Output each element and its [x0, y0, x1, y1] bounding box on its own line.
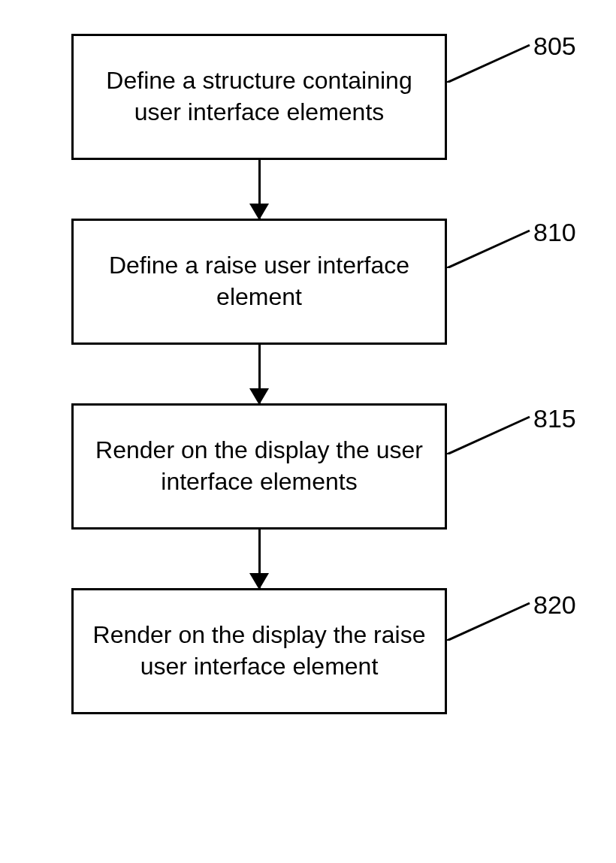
- callout-line-icon: [447, 413, 537, 454]
- step-label: 820: [533, 590, 576, 620]
- flowchart-step-4: Render on the display the raise user int…: [71, 588, 447, 714]
- flowchart-container: Define a structure containing user inter…: [71, 34, 447, 714]
- arrow-down-icon: [258, 160, 261, 219]
- step-label: 815: [533, 404, 576, 433]
- arrow-down-icon: [258, 345, 261, 403]
- svg-line-3: [447, 603, 530, 641]
- callout-line-icon: [447, 599, 537, 641]
- step-text: Define a structure containing user inter…: [89, 65, 430, 128]
- step-label: 810: [533, 218, 576, 247]
- callout-line-icon: [447, 227, 537, 268]
- step-text: Render on the display the user interface…: [89, 435, 430, 497]
- flowchart-step-2: Define a raise user interface element: [71, 219, 447, 345]
- svg-line-1: [447, 231, 530, 268]
- step-text: Render on the display the raise user int…: [89, 620, 430, 682]
- callout-line-icon: [447, 41, 537, 83]
- flowchart-step-1: Define a structure containing user inter…: [71, 34, 447, 160]
- arrow-down-icon: [258, 530, 261, 588]
- step-text: Define a raise user interface element: [89, 250, 430, 312]
- step-label: 805: [533, 32, 576, 61]
- svg-line-0: [447, 45, 530, 83]
- flowchart-step-3: Render on the display the user interface…: [71, 403, 447, 530]
- svg-line-2: [447, 417, 530, 454]
